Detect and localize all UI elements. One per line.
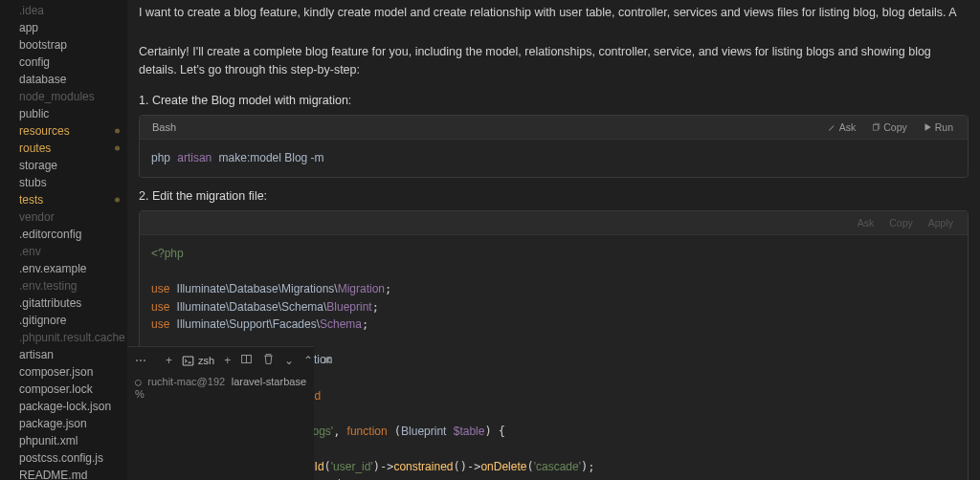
tree-item[interactable]: routes <box>0 140 127 157</box>
tree-item[interactable]: storage <box>0 157 127 174</box>
tree-item[interactable]: .phpunit.result.cache <box>0 329 127 346</box>
tree-item[interactable]: database <box>0 71 127 88</box>
tree-item[interactable]: phpunit.xml <box>0 432 127 449</box>
tree-item[interactable]: app <box>0 19 127 36</box>
plus-icon[interactable]: + <box>166 354 172 367</box>
tree-item[interactable]: .gitattributes <box>0 295 127 312</box>
tree-item[interactable]: node_modules <box>0 88 127 105</box>
tree-item[interactable]: bootstrap <box>0 36 127 54</box>
tree-item[interactable]: postcss.config.js <box>0 449 127 467</box>
code-lang-label: Bash <box>147 121 176 133</box>
tree-item[interactable]: vendor <box>0 208 127 226</box>
chevron-up-icon[interactable]: ⌃ <box>303 354 313 367</box>
tree-item[interactable]: .editorconfig <box>0 226 127 243</box>
file-tree-sidebar[interactable]: .ideaappbootstrapconfigdatabasenode_modu… <box>0 0 127 480</box>
terminal-icon <box>182 355 194 367</box>
terminal-tab[interactable]: zsh <box>182 355 214 367</box>
tree-item[interactable]: .gitignore <box>0 312 127 329</box>
more-icon[interactable]: ⋯ <box>135 354 146 367</box>
close-icon[interactable]: ✕ <box>323 354 332 367</box>
trash-icon[interactable] <box>262 353 275 368</box>
copy-button[interactable]: Copy <box>864 120 914 135</box>
tree-item[interactable]: tests <box>0 191 127 208</box>
tree-item[interactable]: stubs <box>0 174 127 191</box>
apply-button-disabled: Apply <box>922 215 960 230</box>
tree-item[interactable]: config <box>0 54 127 71</box>
terminal-prompt[interactable]: ○ ruchit-mac@192 laravel-starbase % <box>127 374 314 403</box>
assistant-message: Certainly! I'll create a complete blog f… <box>139 39 969 83</box>
svg-rect-1 <box>183 357 193 365</box>
tree-item[interactable]: resources <box>0 122 127 140</box>
tree-item[interactable]: .idea <box>0 2 127 19</box>
user-message: I want to create a blog feature, kindly … <box>139 0 969 26</box>
tree-item[interactable]: .env.testing <box>0 277 127 295</box>
svg-rect-0 <box>874 125 879 131</box>
step-heading: 2. Edit the migration file: <box>139 189 969 203</box>
tree-item[interactable]: .env <box>0 243 127 260</box>
tree-item[interactable]: public <box>0 105 127 122</box>
tree-item[interactable]: composer.lock <box>0 381 127 398</box>
tree-item[interactable]: artisan <box>0 346 127 363</box>
copy-button-disabled: Copy <box>882 215 920 230</box>
ask-button-disabled: Ask <box>851 215 881 230</box>
code-content[interactable]: php artisan make:model Blog -m <box>140 140 968 177</box>
tree-item[interactable]: package.json <box>0 415 127 432</box>
step-heading: 1. Create the Blog model with migration: <box>139 94 969 107</box>
tree-item[interactable]: composer.json <box>0 363 127 381</box>
split-icon[interactable] <box>240 353 253 368</box>
tree-item[interactable]: package-lock.json <box>0 398 127 415</box>
chevron-down-icon[interactable]: ⌄ <box>284 354 294 367</box>
run-button[interactable]: Run <box>916 120 960 135</box>
terminal-panel: ⋯ + zsh + ⌄ ⌃ ✕ ○ ruchit-mac@192 laravel… <box>127 346 314 480</box>
new-terminal-icon[interactable]: + <box>224 354 231 367</box>
tree-item[interactable]: README.md <box>0 467 127 480</box>
tree-item[interactable]: .env.example <box>0 260 127 277</box>
ask-button[interactable]: Ask <box>820 120 863 135</box>
code-block-bash: Bash Ask Copy Run php artisan make:model… <box>139 115 969 178</box>
